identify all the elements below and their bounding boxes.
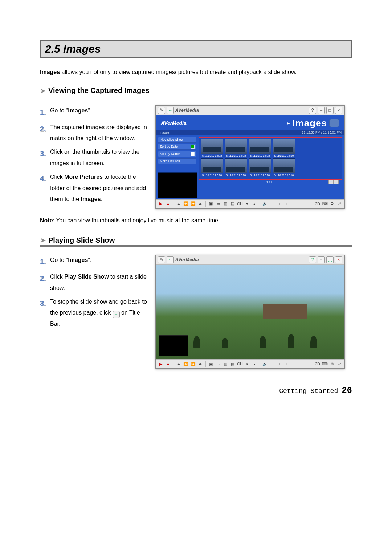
speaker-icon[interactable]: 🔈 bbox=[262, 361, 268, 367]
vol-down-icon[interactable]: − bbox=[269, 201, 275, 207]
aspect-icon[interactable]: ▭ bbox=[215, 361, 221, 367]
speaker-icon[interactable]: 🔈 bbox=[262, 201, 268, 207]
thumbnail[interactable]: 5/11/2010 22:10 bbox=[273, 139, 295, 157]
footer-page-number: 26 bbox=[342, 386, 352, 395]
steps-slideshow: 1.Go to "Images". 2.Click Play Slide Sho… bbox=[40, 255, 149, 332]
thumbnail[interactable]: 5/11/2010 22:23 bbox=[225, 139, 247, 157]
clock-text: 11:12:55 PM / 11:13:01 PM bbox=[302, 131, 342, 134]
play-slideshow-button[interactable]: Play Slide Show bbox=[158, 137, 196, 143]
forward-icon[interactable]: ⏩ bbox=[190, 361, 196, 367]
close-icon[interactable]: × bbox=[335, 107, 342, 114]
chevron-right-icon: ➤ bbox=[40, 86, 46, 95]
rewind-icon[interactable]: ⏪ bbox=[183, 201, 189, 207]
aspect-icon[interactable]: ▭ bbox=[215, 201, 221, 207]
page-footer: Getting Started 26 bbox=[40, 386, 352, 395]
rewind-icon[interactable]: ⏪ bbox=[183, 361, 189, 367]
page-title: ▸Images bbox=[287, 118, 339, 129]
brand-logo: AVerMedia bbox=[175, 108, 199, 113]
intro-text: Images allows you not only to view captu… bbox=[40, 67, 352, 77]
threeD-label[interactable]: 3D bbox=[315, 201, 320, 207]
skip-back-icon[interactable]: ⏮ bbox=[176, 361, 181, 367]
page-up-icon[interactable]: ▴ bbox=[334, 180, 339, 184]
ch-up-icon[interactable]: ▴ bbox=[252, 361, 257, 367]
preview-box bbox=[158, 172, 197, 198]
play-icon[interactable]: ▶ bbox=[158, 361, 164, 367]
pip-preview bbox=[159, 335, 188, 356]
back-icon[interactable]: ← bbox=[167, 256, 174, 263]
sidebar: Play Slide Show Sort by Date Sort by Nam… bbox=[158, 137, 196, 198]
vol-down-icon[interactable]: − bbox=[269, 361, 275, 367]
mute-icon[interactable]: ♪ bbox=[284, 361, 290, 367]
app-window-slideshow: ✎ ← AVerMedia ? − ⛶ × bbox=[155, 255, 345, 369]
channel-label: CH bbox=[237, 361, 243, 367]
snapshot-icon[interactable]: ▣ bbox=[208, 361, 214, 367]
teletext-icon[interactable]: ⌨ bbox=[322, 361, 328, 367]
forward-icon[interactable]: ⏩ bbox=[190, 201, 196, 207]
checkbox-on-icon bbox=[191, 145, 195, 149]
thumbnail[interactable]: 5/11/2010 22:10 bbox=[225, 158, 247, 177]
settings-icon[interactable]: ⚙ bbox=[329, 361, 335, 367]
screen-icon[interactable]: ▤ bbox=[230, 361, 236, 367]
settings-icon[interactable]: ⚙ bbox=[329, 201, 335, 207]
footer-label: Getting Started bbox=[279, 387, 338, 395]
control-bar: ▶ ● ⏮ ⏪ ⏩ ⏭ ▣ ▭ ▥ ▤ CH ▾ ▴ 🔈 − + ♪ bbox=[156, 199, 344, 208]
sort-by-name-button[interactable]: Sort by Name bbox=[158, 151, 196, 157]
section-number: 2.5 bbox=[45, 43, 60, 55]
threeD-label[interactable]: 3D bbox=[315, 361, 320, 367]
sort-by-date-button[interactable]: Sort by Date bbox=[158, 144, 196, 150]
page-down-icon[interactable]: ▾ bbox=[328, 180, 334, 184]
vol-up-icon[interactable]: + bbox=[277, 201, 282, 207]
back-icon[interactable]: ← bbox=[167, 107, 174, 114]
brand-logo: AVerMedia bbox=[175, 257, 199, 262]
snapshot-icon[interactable]: ▣ bbox=[208, 201, 214, 207]
pip-icon[interactable]: ▥ bbox=[222, 361, 228, 367]
slideshow-photo bbox=[156, 265, 344, 359]
title-bar: ✎ ← AVerMedia ? − □ × bbox=[156, 106, 344, 115]
vol-up-icon[interactable]: + bbox=[277, 361, 282, 367]
maximize-icon[interactable]: □ bbox=[326, 107, 334, 114]
help-icon[interactable]: ? bbox=[309, 107, 316, 114]
skip-forward-icon[interactable]: ⏭ bbox=[197, 201, 203, 207]
maximize-icon[interactable]: ⛶ bbox=[326, 256, 334, 263]
footer-rule bbox=[40, 383, 352, 383]
camera-icon bbox=[329, 119, 339, 127]
skip-back-icon[interactable]: ⏮ bbox=[176, 201, 181, 207]
more-pictures-button[interactable]: More Pictures bbox=[158, 158, 196, 164]
pin-icon[interactable]: ✎ bbox=[158, 107, 165, 114]
thumbnail[interactable]: 5/11/2010 22:10 bbox=[273, 158, 295, 177]
ch-up-icon[interactable]: ▴ bbox=[252, 201, 257, 207]
app-window-images: ✎ ← AVerMedia ? − □ × AVerMedia ▸Images … bbox=[155, 105, 345, 209]
play-icon[interactable]: ▶ bbox=[158, 201, 164, 207]
note-text: Note: You can view thumbnails and enjoy … bbox=[40, 216, 352, 225]
minimize-icon[interactable]: − bbox=[318, 256, 325, 263]
pin-icon[interactable]: ✎ bbox=[158, 256, 165, 263]
thumbnail[interactable]: 5/11/2010 22:10 bbox=[201, 158, 223, 177]
pager: 1 / 13 ▾▴ bbox=[199, 180, 342, 185]
ch-down-icon[interactable]: ▾ bbox=[244, 361, 250, 367]
minimize-icon[interactable]: − bbox=[318, 107, 325, 114]
skip-forward-icon[interactable]: ⏭ bbox=[197, 361, 203, 367]
subsection-viewing: ➤ Viewing the Captured Images bbox=[40, 86, 352, 97]
expand-icon[interactable]: ⤢ bbox=[336, 201, 342, 207]
thumbnail[interactable]: 5/11/2010 22:23 bbox=[249, 139, 271, 157]
record-icon[interactable]: ● bbox=[165, 361, 171, 367]
mute-icon[interactable]: ♪ bbox=[284, 201, 290, 207]
close-icon[interactable]: × bbox=[335, 256, 342, 263]
ch-down-icon[interactable]: ▾ bbox=[244, 201, 250, 207]
thumbnail[interactable]: 5/11/2010 22:23 bbox=[201, 139, 223, 157]
record-icon[interactable]: ● bbox=[165, 201, 171, 207]
help-icon[interactable]: ? bbox=[309, 256, 316, 263]
back-icon: ← bbox=[113, 311, 120, 318]
expand-icon[interactable]: ⤢ bbox=[336, 361, 342, 367]
document-page: 2.5 Images Images allows you not only to… bbox=[0, 0, 392, 410]
pip-icon[interactable]: ▥ bbox=[222, 201, 228, 207]
teletext-icon[interactable]: ⌨ bbox=[322, 201, 328, 207]
checkbox-off-icon bbox=[191, 152, 195, 156]
section-title: Images bbox=[63, 43, 101, 55]
header-brand: AVerMedia bbox=[161, 120, 187, 126]
thumbnail[interactable]: 5/11/2010 22:10 bbox=[249, 158, 271, 177]
screen-icon[interactable]: ▤ bbox=[230, 201, 236, 207]
thumbnail-grid: 5/11/2010 22:23 5/11/2010 22:23 5/11/201… bbox=[199, 137, 342, 180]
chevron-right-icon: ➤ bbox=[40, 236, 46, 245]
section-header: 2.5 Images bbox=[40, 40, 352, 58]
